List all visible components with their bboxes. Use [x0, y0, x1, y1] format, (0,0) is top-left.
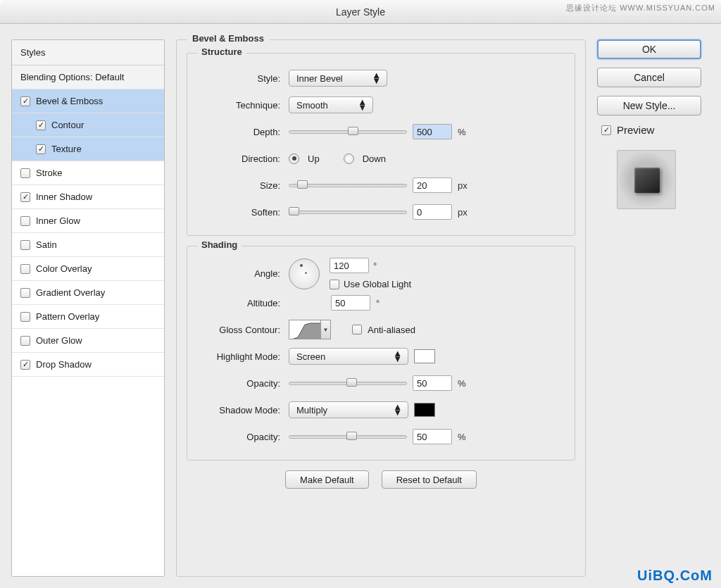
size-slider[interactable] — [289, 180, 407, 191]
updown-icon: ▲▼ — [372, 73, 381, 84]
sidebar-item-label: Inner Glow — [36, 215, 80, 226]
checkbox-icon[interactable] — [20, 288, 30, 298]
direction-label: Direction: — [197, 154, 280, 164]
select-value: Screen — [296, 351, 325, 362]
direction-down-radio[interactable] — [344, 154, 354, 164]
make-default-button[interactable]: Make Default — [285, 470, 369, 489]
angle-dial[interactable] — [289, 258, 320, 289]
depth-input[interactable]: 500 — [413, 124, 452, 139]
dialog-body: Styles Blending Options: Default Bevel &… — [0, 24, 721, 588]
sidebar-item-gradient-overlay[interactable]: Gradient Overlay — [12, 281, 164, 305]
shadow-opacity-label: Opacity: — [197, 432, 280, 442]
sidebar-item-label: Gradient Overlay — [36, 287, 105, 298]
technique-select[interactable]: Smooth ▲▼ — [289, 96, 373, 113]
technique-label: Technique: — [197, 100, 280, 111]
shadow-mode-select[interactable]: Multiply ▲▼ — [289, 401, 408, 418]
size-input[interactable]: 20 — [413, 177, 452, 193]
size-unit: px — [458, 180, 468, 191]
sidebar-item-satin[interactable]: Satin — [12, 233, 164, 257]
soften-unit: px — [458, 207, 468, 218]
sidebar-item-outer-glow[interactable]: Outer Glow — [12, 329, 164, 353]
sidebar-item-label: Stroke — [36, 168, 63, 178]
checkbox-icon[interactable] — [20, 168, 30, 178]
shadow-opacity-slider[interactable] — [289, 431, 407, 442]
checkbox-icon[interactable] — [20, 312, 30, 322]
shadow-opacity-input[interactable]: 50 — [413, 429, 452, 444]
sidebar-item-label: Bevel & Emboss — [36, 96, 103, 106]
blending-options-row[interactable]: Blending Options: Default — [12, 65, 164, 89]
sidebar-item-contour[interactable]: Contour — [12, 113, 164, 137]
sidebar-item-pattern-overlay[interactable]: Pattern Overlay — [12, 305, 164, 329]
sidebar-item-inner-glow[interactable]: Inner Glow — [12, 209, 164, 233]
angle-input[interactable]: 120 — [330, 258, 369, 273]
global-light-label: Use Global Light — [344, 279, 411, 289]
watermark-bottom: UiBQ.CoM — [637, 568, 713, 584]
styles-sidebar: Styles Blending Options: Default Bevel &… — [11, 39, 165, 577]
reset-default-button[interactable]: Reset to Default — [382, 470, 477, 489]
checkbox-icon[interactable] — [20, 216, 30, 226]
checkbox-icon[interactable] — [20, 360, 30, 370]
sidebar-item-stroke[interactable]: Stroke — [12, 161, 164, 185]
global-light-checkbox[interactable] — [330, 280, 339, 289]
structure-legend: Structure — [197, 46, 246, 57]
highlight-opacity-input[interactable]: 50 — [413, 375, 452, 391]
highlight-opacity-label: Opacity: — [197, 378, 280, 389]
checkbox-icon[interactable] — [36, 144, 46, 154]
checkbox-icon[interactable] — [20, 192, 30, 202]
direction-up-radio[interactable] — [289, 154, 299, 164]
sidebar-item-drop-shadow[interactable]: Drop Shadow — [12, 353, 164, 377]
soften-input[interactable]: 0 — [413, 204, 452, 220]
highlight-mode-label: Highlight Mode: — [197, 351, 280, 362]
sidebar-item-bevel-emboss[interactable]: Bevel & Emboss — [12, 89, 164, 113]
sidebar-header[interactable]: Styles — [12, 40, 164, 65]
sidebar-item-label: Satin — [36, 239, 57, 250]
antialias-checkbox[interactable] — [352, 325, 362, 334]
shadow-mode-label: Shadow Mode: — [197, 405, 280, 415]
highlight-mode-select[interactable]: Screen ▲▼ — [289, 348, 408, 365]
preview-checkbox[interactable] — [601, 125, 611, 135]
updown-icon: ▲▼ — [393, 404, 402, 415]
sidebar-item-color-overlay[interactable]: Color Overlay — [12, 257, 164, 281]
select-value: Smooth — [296, 100, 328, 111]
select-value: Multiply — [296, 405, 327, 415]
sidebar-item-label: Outer Glow — [36, 335, 82, 346]
sidebar-item-label: Inner Shadow — [36, 192, 92, 202]
cancel-button[interactable]: Cancel — [597, 68, 701, 87]
size-label: Size: — [197, 180, 280, 191]
gloss-contour-swatch[interactable] — [289, 320, 321, 339]
antialias-label: Anti-aliased — [368, 325, 415, 335]
shadow-color-swatch[interactable] — [414, 403, 435, 417]
sidebar-item-inner-shadow[interactable]: Inner Shadow — [12, 185, 164, 209]
checkbox-icon[interactable] — [36, 120, 46, 130]
right-column: OK Cancel New Style... Preview — [597, 39, 710, 577]
updown-icon: ▲▼ — [358, 99, 367, 111]
checkbox-icon[interactable] — [20, 96, 30, 106]
highlight-opacity-unit: % — [458, 378, 466, 389]
sidebar-item-label: Texture — [51, 144, 82, 154]
depth-slider[interactable] — [289, 126, 407, 137]
soften-slider[interactable] — [289, 206, 407, 218]
depth-label: Depth: — [197, 127, 280, 137]
sidebar-item-label: Drop Shadow — [36, 359, 92, 370]
highlight-opacity-slider[interactable] — [289, 377, 407, 389]
checkbox-icon[interactable] — [20, 264, 30, 274]
gloss-contour-dropdown[interactable]: ▼ — [321, 320, 331, 339]
shading-group: Shading Angle: 120 ° Use Global Light — [187, 246, 575, 461]
style-label: Style: — [197, 73, 280, 84]
new-style-button[interactable]: New Style... — [597, 96, 701, 115]
style-select[interactable]: Inner Bevel ▲▼ — [289, 70, 387, 87]
gloss-contour-label: Gloss Contour: — [197, 325, 280, 335]
highlight-color-swatch[interactable] — [414, 349, 435, 363]
angle-label: Angle: — [197, 268, 280, 279]
updown-icon: ▲▼ — [393, 351, 402, 362]
sidebar-item-label: Contour — [51, 120, 84, 130]
sidebar-item-texture[interactable]: Texture — [12, 137, 164, 161]
shadow-opacity-unit: % — [458, 432, 466, 442]
checkbox-icon[interactable] — [20, 240, 30, 250]
direction-up-label: Up — [308, 154, 320, 164]
select-value: Inner Bevel — [296, 73, 343, 84]
ok-button[interactable]: OK — [597, 39, 701, 59]
altitude-input[interactable]: 50 — [331, 295, 370, 311]
checkbox-icon[interactable] — [20, 336, 30, 346]
soften-label: Soften: — [197, 207, 280, 218]
